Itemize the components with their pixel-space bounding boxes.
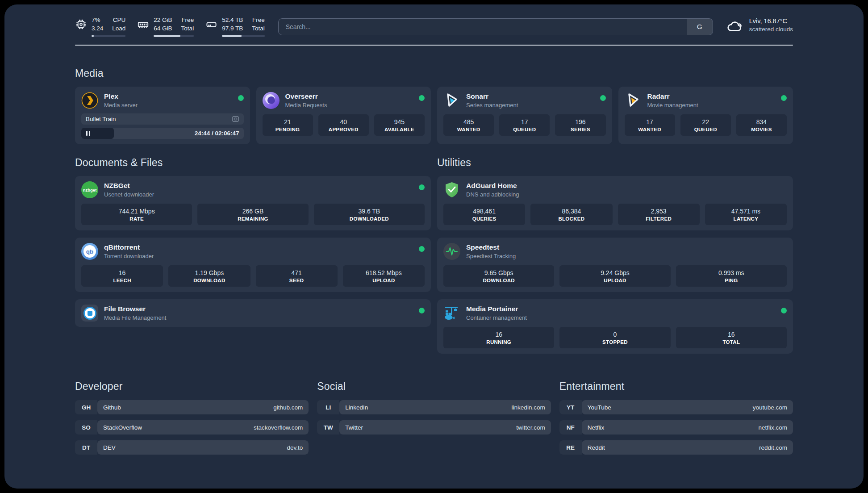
app-card-radarr[interactable]: Radarr Movie management 17 WANTED 2 [618, 87, 793, 144]
memory-total-label: Total [181, 25, 194, 33]
stat-seed: 471 SEED [256, 265, 338, 287]
link-url: stackoverflow.com [254, 424, 303, 431]
link-reddit[interactable]: RE Reddit reddit.com [559, 440, 793, 455]
app-name: Radarr [647, 92, 698, 100]
app-card-sonarr[interactable]: Sonarr Series management 485 WANTED [437, 87, 612, 144]
status-dot [419, 246, 425, 252]
pause-icon[interactable] [86, 131, 90, 136]
adguard-icon [443, 181, 460, 198]
cpu-load-value: 3.24 [92, 25, 103, 33]
search-engine-button[interactable]: G [687, 19, 713, 35]
stat-download: 1.19 Gbps DOWNLOAD [168, 265, 250, 287]
stat-queries: 498,461 QUERIES [443, 204, 525, 225]
link-github[interactable]: GH Github github.com [75, 400, 309, 414]
link-name: YouTube [588, 404, 611, 411]
qbittorrent-icon: qb [81, 243, 98, 260]
playback-time: 24:44 / 02:06:47 [195, 130, 244, 137]
stat-movies: 834 MOVIES [736, 114, 787, 136]
app-name: AdGuard Home [466, 182, 519, 190]
link-url: github.com [273, 404, 303, 411]
weather-condition: scattered clouds [749, 26, 793, 33]
stat-latency: 47.571 ms LATENCY [705, 204, 787, 225]
cpu-icon [75, 18, 87, 30]
link-url: twitter.com [516, 424, 545, 431]
nzbget-icon: nzbget [81, 181, 98, 198]
header: 7% CPU 3.24 Load [75, 4, 793, 37]
stat-filtered: 2,953 FILTERED [618, 204, 700, 225]
disk-free-label: Free [252, 16, 265, 24]
link-youtube[interactable]: YT YouTube youtube.com [559, 400, 793, 414]
link-url: netflix.com [758, 424, 787, 431]
cpu-load-label: Load [112, 25, 125, 33]
link-url: linkedin.com [512, 404, 545, 411]
stat-wanted: 17 WANTED [625, 114, 675, 136]
memory-icon [137, 18, 149, 30]
now-playing-row: Bullet Train [81, 113, 244, 125]
stat-downloaded: 39.6 TB DOWNLOADED [314, 204, 425, 225]
disk-icon [205, 18, 217, 30]
link-netflix[interactable]: NF Netflix netflix.com [559, 420, 793, 435]
memory-total-value: 64 GiB [154, 25, 172, 33]
link-name: Netflix [588, 424, 605, 431]
sonarr-icon [443, 92, 460, 109]
app-subtitle: Container management [466, 314, 527, 321]
overseerr-icon [263, 92, 280, 109]
speedtest-icon [443, 243, 460, 260]
app-card-portainer[interactable]: Media Portainer Container management 16 … [437, 299, 793, 354]
link-abbr: NF [559, 420, 582, 435]
status-dot [419, 95, 425, 101]
cpu-usage-label: CPU [112, 16, 125, 24]
link-twitter[interactable]: TW Twitter twitter.com [317, 420, 551, 435]
link-name: LinkedIn [345, 404, 368, 411]
disk-total-label: Total [252, 25, 265, 33]
app-subtitle: Usenet downloader [104, 191, 154, 198]
status-dot [600, 95, 606, 101]
app-card-plex[interactable]: Plex Media server Bullet Train [75, 87, 250, 144]
link-url: dev.to [287, 444, 303, 451]
app-subtitle: Media File Management [104, 314, 166, 321]
stat-stopped: 0 STOPPED [559, 327, 670, 348]
cloud-icon [726, 17, 743, 35]
app-card-qbittorrent[interactable]: qb qBittorrent Torrent downloader 16 [75, 238, 431, 292]
app-subtitle: Media server [104, 102, 138, 109]
link-abbr: RE [559, 440, 582, 455]
link-abbr: YT [559, 400, 582, 414]
memory-free-label: Free [181, 16, 194, 24]
stat-remaining: 266 GB REMAINING [197, 204, 308, 225]
search-input[interactable] [279, 19, 687, 35]
stat-blocked: 86,384 BLOCKED [530, 204, 612, 225]
link-dev[interactable]: DT DEV dev.to [75, 440, 309, 455]
app-card-adguard[interactable]: AdGuard Home DNS and adblocking 498,461 … [437, 176, 793, 230]
app-card-overseerr[interactable]: Overseerr Media Requests 21 PENDING [256, 87, 431, 144]
playback-progress[interactable]: 24:44 / 02:06:47 [81, 128, 244, 139]
link-url: reddit.com [759, 444, 787, 451]
stat-approved: 40 APPROVED [318, 114, 369, 136]
link-linkedin[interactable]: LI LinkedIn linkedin.com [317, 400, 551, 414]
app-subtitle: Speedtest Tracking [466, 253, 516, 259]
app-name: NZBGet [104, 182, 154, 190]
link-abbr: LI [317, 400, 339, 414]
status-dot [781, 95, 787, 101]
stat-queued: 17 QUEUED [499, 114, 550, 136]
link-stackoverflow[interactable]: SO StackOverflow stackoverflow.com [75, 420, 309, 435]
app-card-filebrowser[interactable]: File Browser Media File Management [75, 299, 431, 327]
stat-ping: 0.993 ms PING [676, 265, 787, 287]
stat-wanted: 485 WANTED [443, 114, 494, 136]
stat-upload: 9.24 Gbps UPLOAD [559, 265, 670, 287]
link-name: Twitter [345, 424, 363, 431]
section-title-documents: Documents & Files [75, 157, 431, 169]
app-name: Plex [104, 92, 138, 100]
app-name: qBittorrent [104, 243, 154, 251]
resource-stats: 7% CPU 3.24 Load [75, 16, 265, 37]
app-subtitle: Movie management [647, 102, 698, 109]
link-name: StackOverflow [103, 424, 142, 431]
app-card-speedtest[interactable]: Speedtest Speedtest Tracking 9.65 Gbps D… [437, 238, 793, 292]
disk-free-value: 52.4 TB [222, 16, 243, 24]
stat-pending: 21 PENDING [263, 114, 313, 136]
app-subtitle: Series management [466, 102, 518, 109]
stat-upload: 618.52 Mbps UPLOAD [343, 265, 425, 287]
link-url: youtube.com [753, 404, 787, 411]
link-name: DEV [103, 444, 116, 451]
app-card-nzbget[interactable]: nzbget NZBGet Usenet downloader 744.21 M… [75, 176, 431, 230]
section-title-entertainment: Entertainment [559, 380, 793, 393]
